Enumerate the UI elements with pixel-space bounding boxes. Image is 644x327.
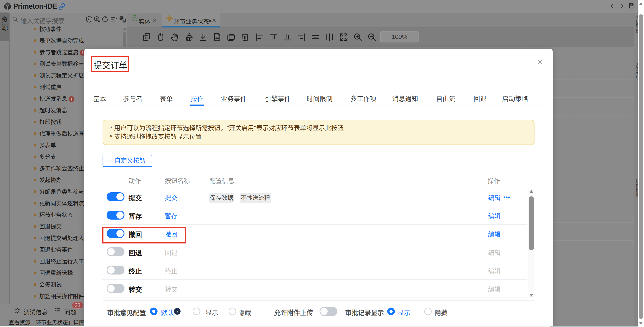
svg-text:文: 文	[122, 19, 125, 22]
svg-text:AI: AI	[88, 18, 90, 21]
